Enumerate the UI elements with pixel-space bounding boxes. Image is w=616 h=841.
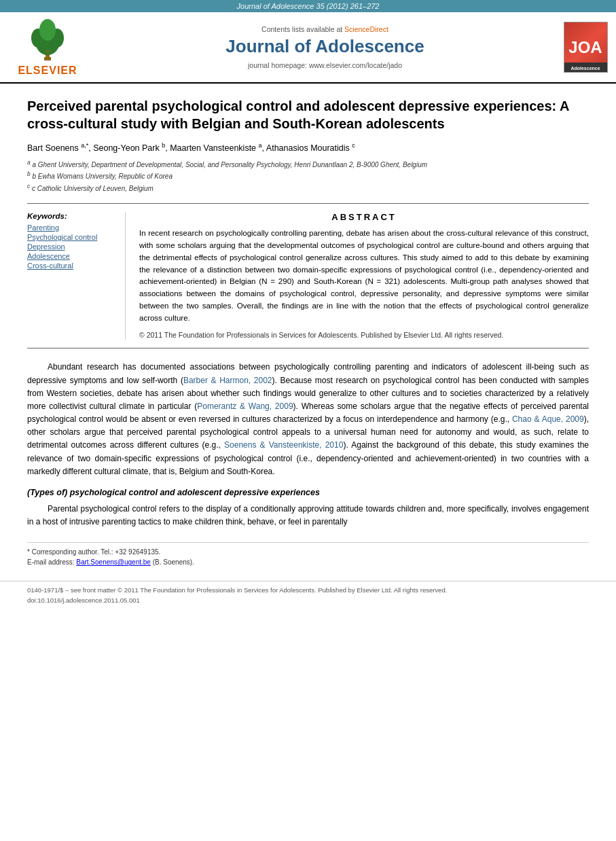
keyword-cross-cultural[interactable]: Cross-cultural	[27, 262, 115, 270]
journal-center-block: Contents lists available at ScienceDirec…	[95, 18, 555, 77]
keywords-title: Keywords:	[27, 212, 115, 220]
keywords-column: Keywords: Parenting Psychological contro…	[27, 212, 126, 340]
contents-line: Contents lists available at ScienceDirec…	[261, 25, 388, 33]
elsevier-brand-text: ELSEVIER	[18, 65, 77, 77]
body-paragraph-2: Parental psychological control refers to…	[27, 503, 589, 529]
abstract-column: ABSTRACT In recent research on psycholog…	[139, 212, 589, 340]
ref-barber-harmon[interactable]: Barber & Harmon, 2002	[183, 376, 272, 385]
keyword-parenting[interactable]: Parenting	[27, 223, 115, 232]
joa-logo-box: JOA Adolescence	[562, 18, 609, 77]
svg-point-5	[39, 19, 56, 41]
elsevier-logo: ELSEVIER	[7, 18, 88, 77]
joa-sub-label: Adolescence	[570, 66, 600, 71]
author-bart: Bart Soenens a,*, Seong-Yeon Park b, Maa…	[27, 143, 355, 153]
copyright-text: © 2011 The Foundation for Professionals …	[139, 330, 589, 340]
footnote-corresponding: * Corresponding author. Tel.: +32 926491…	[27, 547, 589, 557]
sciencedirect-link[interactable]: ScienceDirect	[344, 25, 388, 33]
bottom-bar-doi: doi:10.1016/j.adolescence.2011.05.001	[27, 596, 589, 605]
body-paragraph-1: Abundant research has documented associa…	[27, 361, 589, 478]
svg-point-6	[46, 50, 50, 54]
elsevier-tree-icon	[20, 18, 75, 62]
joa-letters: JOA	[568, 39, 602, 56]
ref-chao-aque[interactable]: Chao & Aque, 2009	[512, 414, 584, 424]
journal-header: ELSEVIER Contents lists available at Sci…	[0, 12, 616, 84]
journal-title-large: Journal of Adolescence	[225, 36, 424, 57]
section-title-types: (Types of) psychological control and ado…	[27, 488, 589, 497]
affiliation-b: b b Ewha Womans University, Republic of …	[27, 170, 589, 181]
journal-top-bar: Journal of Adolescence 35 (2012) 261–272	[0, 0, 616, 12]
ref-pomerantz-wang[interactable]: Pomerantz & Wang, 2009	[197, 401, 293, 411]
ref-soenens-vansteenkiste[interactable]: Soenens & Vansteenkiste, 2010	[224, 440, 343, 450]
divider-after-affiliations	[27, 203, 589, 204]
divider-after-abstract	[27, 348, 589, 348]
journal-homepage-line: journal homepage: www.elsevier.com/locat…	[248, 61, 402, 69]
joa-logo: JOA Adolescence	[564, 22, 608, 73]
keyword-psychological-control[interactable]: Psychological control	[27, 233, 115, 241]
joa-bottom-bar: Adolescence	[564, 62, 607, 72]
affiliation-c: c c Catholic University of Leuven, Belgi…	[27, 182, 589, 194]
email-link[interactable]: Bart.Soenens@ugent.be	[76, 558, 151, 566]
bottom-bar-text1: 0140-1971/$ – see front matter © 2011 Th…	[27, 586, 589, 595]
article-authors: Bart Soenens a,*, Seong-Yeon Park b, Maa…	[27, 142, 589, 153]
keyword-depression[interactable]: Depression	[27, 243, 115, 251]
abstract-section: Keywords: Parenting Psychological contro…	[27, 212, 589, 340]
abstract-text: In recent research on psychologically co…	[139, 228, 589, 325]
affiliations-block: a a Ghent University, Department of Deve…	[27, 158, 589, 194]
abstract-label: ABSTRACT	[139, 212, 589, 222]
article-title: Perceived parental psychological control…	[27, 97, 589, 132]
keyword-adolescence[interactable]: Adolescence	[27, 252, 115, 260]
affiliation-a: a a Ghent University, Department of Deve…	[27, 158, 589, 170]
footnote-email: E-mail address: Bart.Soenens@ugent.be (B…	[27, 557, 589, 567]
body-section: Abundant research has documented associa…	[27, 361, 589, 529]
footnotes-block: * Corresponding author. Tel.: +32 926491…	[27, 542, 589, 567]
bottom-bar: 0140-1971/$ – see front matter © 2011 Th…	[0, 581, 616, 609]
journal-citation: Journal of Adolescence 35 (2012) 261–272	[237, 2, 380, 10]
